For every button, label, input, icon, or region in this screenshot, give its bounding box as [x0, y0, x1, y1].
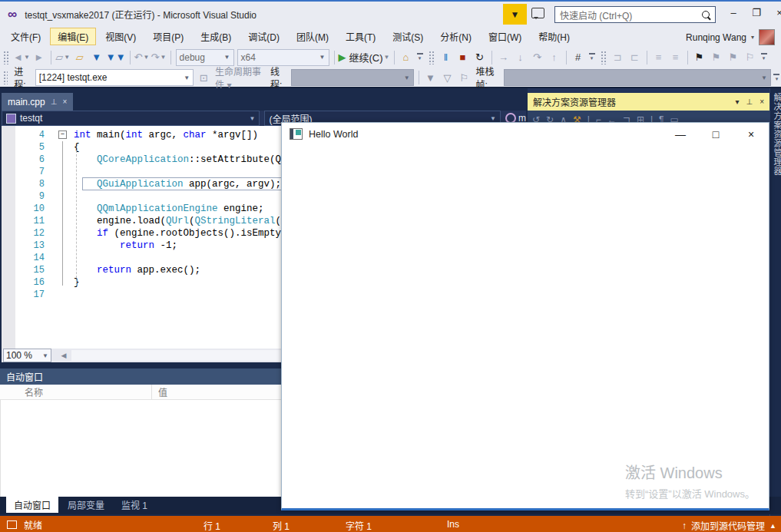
restore-button[interactable]: ❐ [745, 3, 768, 21]
menu-item-8[interactable]: 工具(T) [338, 28, 383, 45]
user-name[interactable]: Runqing Wang [686, 32, 746, 43]
editor-zoom-combo[interactable]: 100 % ▼ [3, 349, 51, 362]
comment-icon[interactable]: ⊐ [610, 49, 627, 66]
restart-icon[interactable]: ↻ [472, 49, 488, 66]
toolbar-overflow-icon[interactable]: ▾ [587, 50, 597, 65]
tab-main-cpp[interactable]: main.cpp ⊥ × [2, 93, 73, 111]
tool-tab-3[interactable]: 监视 1 [114, 497, 155, 513]
quick-launch-placeholder: 快速启动 (Ctrl+Q) [560, 8, 702, 21]
line-number: 4 [2, 129, 45, 141]
tool-tab-1[interactable]: 自动窗口 [6, 497, 58, 513]
solution-config-combo[interactable]: debug▼ [176, 49, 234, 66]
quick-launch-search-input[interactable]: 快速启动 (Ctrl+Q) [554, 6, 716, 23]
toolbar-separator [647, 51, 647, 64]
autos-col-name[interactable]: 名称 [0, 385, 152, 399]
toolbar-separator [170, 51, 171, 64]
next-bookmark-icon[interactable]: ⚑ [725, 49, 742, 66]
lifecycle-events-icon[interactable]: ⊡ [195, 69, 212, 86]
new-file-icon[interactable]: ▱▼ [55, 49, 71, 66]
toggle-bookmark-icon[interactable]: ⚑ [691, 49, 708, 66]
outline-guide-line [62, 141, 63, 286]
hw-maximize-button[interactable]: □ [698, 123, 733, 145]
menu-item-11[interactable]: 窗口(W) [481, 28, 529, 45]
watermark-line2: 转到“设置”以激活 Windows。 [625, 486, 755, 501]
redo-icon[interactable]: ↷▼ [151, 49, 167, 66]
toolbar-overflow-icon[interactable]: ▾ [759, 50, 769, 65]
close-tab-icon[interactable]: × [62, 97, 67, 106]
add-to-source-control-button[interactable]: ↑ 添加到源代码管理 ▲ [682, 519, 776, 532]
step-into-icon[interactable]: ↓ [512, 49, 529, 66]
decrease-indent-icon[interactable]: ≡ [650, 49, 667, 66]
status-insert-mode: Ins [447, 519, 459, 530]
hscroll-left-arrow-icon[interactable]: ◀ [58, 349, 70, 362]
toolbar-overflow-icon[interactable]: ▾ [415, 50, 425, 65]
navigate-backward-icon[interactable]: ◄▼ [12, 49, 31, 66]
increase-indent-icon[interactable]: ≡ [667, 49, 684, 66]
menu-item-4[interactable]: 项目(P) [145, 28, 191, 45]
solution-explorer-title: 解决方案资源管理器 [533, 95, 616, 108]
status-bar: 就绪 行 1 列 1 字符 1 Ins ↑ 添加到源代码管理 ▲ [0, 516, 781, 532]
undo-icon[interactable]: ↶▼ [134, 49, 151, 66]
se-menu-icon[interactable]: ▾ [735, 97, 739, 106]
save-all-icon[interactable]: ▼▼ [105, 49, 127, 66]
hello-world-title: Hello World [309, 129, 358, 140]
continue-button[interactable]: ▶继续(C)▼ [338, 49, 391, 66]
toolbar-separator [491, 51, 492, 64]
prev-bookmark-icon[interactable]: ⚑ [708, 49, 725, 66]
menu-item-7[interactable]: 团队(M) [289, 28, 336, 45]
flag-threads-icon[interactable]: ⚐ [455, 69, 472, 86]
autohide-tab-solution-explorer[interactable]: 解决方案资源管理器 [771, 93, 781, 176]
menu-item-9[interactable]: 测试(S) [385, 28, 431, 45]
line-number: 7 [2, 166, 45, 178]
autos-col-value[interactable]: 值 [152, 385, 167, 398]
toolbar-drag-handle [3, 71, 8, 84]
uncomment-icon[interactable]: ⊏ [627, 49, 644, 66]
menu-item-1[interactable]: 文件(F) [3, 28, 48, 45]
project-combo[interactable]: testqt ▼ [2, 111, 260, 126]
process-combo[interactable]: [1224] testqt.exe▼ [35, 69, 194, 86]
se-pin-icon[interactable]: ⊥ [746, 97, 753, 106]
stackframe-combo[interactable]: ▼ [504, 69, 771, 86]
pin-tab-icon[interactable]: ⊥ [51, 97, 58, 106]
minimize-button[interactable]: – [722, 3, 745, 21]
step-over-icon[interactable]: ↷ [529, 49, 546, 66]
toolbar-separator [130, 51, 131, 64]
filter-threads-icon[interactable]: ▼ [422, 69, 438, 86]
stackframe-label: 堆栈帧: [475, 64, 499, 91]
close-button[interactable]: × [768, 3, 781, 21]
show-next-statement-icon[interactable]: → [495, 49, 512, 66]
menu-item-6[interactable]: 调试(D) [240, 28, 287, 45]
line-number: 10 [2, 203, 45, 215]
avatar[interactable] [759, 29, 775, 45]
user-dropdown-icon[interactable]: ▾ [751, 34, 754, 41]
menu-item-2[interactable]: 编辑(E) [50, 28, 96, 45]
project-combo-value: testqt [20, 113, 42, 124]
menu-item-3[interactable]: 视图(V) [98, 28, 144, 45]
se-close-icon[interactable]: × [759, 97, 764, 106]
save-icon[interactable]: ▼ [88, 49, 105, 66]
stop-debugging-icon[interactable]: ■ [455, 49, 472, 66]
notifications-filter-icon[interactable]: ▼ [503, 4, 527, 25]
tool-tab-2[interactable]: 局部变量 [60, 497, 112, 513]
solution-platform-combo[interactable]: x64▼ [237, 49, 329, 66]
hw-close-button[interactable]: × [733, 123, 769, 145]
thread-combo[interactable]: ▼ [291, 69, 413, 86]
feedback-icon[interactable] [531, 8, 544, 18]
menu-item-5[interactable]: 生成(B) [193, 28, 239, 45]
menu-item-10[interactable]: 分析(N) [432, 28, 479, 45]
line-number: 14 [2, 252, 45, 264]
toolbar-overflow-icon[interactable]: ▾ [773, 70, 781, 85]
break-all-icon[interactable]: ‖ [438, 49, 455, 66]
filter-cancel-icon[interactable]: ▽ [438, 69, 455, 86]
menu-item-12[interactable]: 帮助(H) [531, 28, 577, 45]
hw-minimize-button[interactable]: — [663, 123, 698, 145]
step-out-icon[interactable]: ↑ [546, 49, 563, 66]
navigate-forward-icon[interactable]: ► [31, 49, 48, 66]
hex-display-icon[interactable]: # [570, 49, 587, 66]
open-file-icon[interactable]: ▱ [71, 49, 88, 66]
hello-world-controls: — □ × [663, 123, 769, 145]
find-in-solution-explorer-icon[interactable]: ⌂ [398, 49, 415, 66]
outline-collapse-icon[interactable]: − [58, 131, 67, 139]
clear-bookmarks-icon[interactable]: ⚐ [742, 49, 759, 66]
solution-explorer-header[interactable]: 解决方案资源管理器 ▾ ⊥ × [528, 93, 769, 111]
